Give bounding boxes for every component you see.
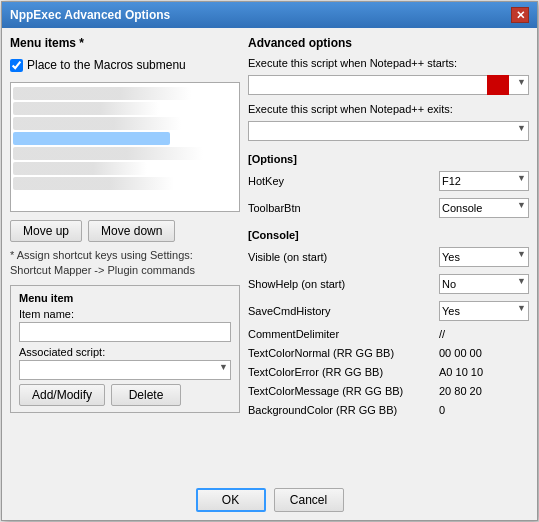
bg-color-value: 0	[439, 404, 529, 416]
execute-exit-combo[interactable]	[248, 121, 529, 141]
assoc-script-label: Associated script:	[19, 346, 231, 358]
title-bar: NppExec Advanced Options ✕	[2, 2, 537, 28]
bg-color-label: BackgroundColor (RR GG BB)	[248, 404, 439, 416]
execute-exit-label: Execute this script when Notepad++ exits…	[248, 103, 529, 115]
menu-item-section: Menu item Item name: Associated script: …	[10, 285, 240, 413]
text-color-message-row: TextColorMessage (RR GG BB) 20 80 20	[248, 385, 529, 397]
list-item	[13, 87, 192, 100]
list-item	[13, 132, 170, 145]
comment-delimiter-row: CommentDelimiter //	[248, 328, 529, 340]
menu-item-section-label: Menu item	[19, 292, 231, 304]
add-modify-button[interactable]: Add/Modify	[19, 384, 105, 406]
ok-button[interactable]: OK	[196, 488, 266, 512]
hint-line2: Shortcut Mapper -> Plugin commands	[10, 263, 240, 278]
delete-button[interactable]: Delete	[111, 384, 181, 406]
shortcut-hint: * Assign shortcut keys using Settings: S…	[10, 248, 240, 279]
console-label: [Console]	[248, 229, 529, 241]
hint-line1: * Assign shortcut keys using Settings:	[10, 248, 240, 263]
advanced-options-label: Advanced options	[248, 36, 529, 50]
cancel-button[interactable]: Cancel	[274, 488, 344, 512]
text-color-error-label: TextColorError (RR GG BB)	[248, 366, 439, 378]
savecmdhistory-row: SaveCmdHistory Yes	[248, 301, 529, 321]
list-item	[13, 147, 203, 160]
left-panel: Menu items * Place to the Macros submenu…	[10, 36, 240, 474]
showhelp-label: ShowHelp (on start)	[248, 278, 439, 290]
hotkey-combo[interactable]: F12	[439, 171, 529, 191]
add-delete-row: Add/Modify Delete	[19, 384, 231, 406]
menu-list-box[interactable]	[10, 82, 240, 212]
macros-submenu-checkbox[interactable]	[10, 59, 23, 72]
window-title: NppExec Advanced Options	[10, 8, 170, 22]
execute-exit-combo-wrapper	[248, 121, 529, 141]
red-indicator	[487, 75, 509, 95]
assoc-script-combo[interactable]	[19, 360, 231, 380]
list-item	[13, 117, 181, 130]
text-color-normal-value: 00 00 00	[439, 347, 529, 359]
item-name-input[interactable]	[19, 322, 231, 342]
text-color-error-row: TextColorError (RR GG BB) A0 10 10	[248, 366, 529, 378]
hotkey-row: HotKey F12	[248, 171, 529, 191]
toolbarbtn-label: ToolbarBtn	[248, 202, 439, 214]
main-window: NppExec Advanced Options ✕ Menu items * …	[1, 1, 538, 521]
visible-combo-wrapper: Yes	[439, 247, 529, 267]
list-item	[13, 177, 174, 190]
text-color-normal-label: TextColorNormal (RR GG BB)	[248, 347, 439, 359]
toolbarbtn-combo-wrapper: Console	[439, 198, 529, 218]
showhelp-combo-wrapper: No	[439, 274, 529, 294]
menu-items-label: Menu items *	[10, 36, 240, 50]
visible-combo[interactable]: Yes	[439, 247, 529, 267]
comment-delimiter-value: //	[439, 328, 529, 340]
hotkey-label: HotKey	[248, 175, 439, 187]
close-button[interactable]: ✕	[511, 7, 529, 23]
toolbarbtn-row: ToolbarBtn Console	[248, 198, 529, 218]
text-color-message-value: 20 80 20	[439, 385, 529, 397]
toolbarbtn-combo[interactable]: Console	[439, 198, 529, 218]
list-item	[13, 162, 147, 175]
visible-row: Visible (on start) Yes	[248, 247, 529, 267]
assoc-script-group: Associated script:	[19, 346, 231, 380]
comment-delimiter-label: CommentDelimiter	[248, 328, 439, 340]
execute-start-combo-wrapper	[248, 75, 529, 95]
hotkey-combo-wrapper: F12	[439, 171, 529, 191]
assoc-script-combo-wrapper	[19, 360, 231, 380]
macros-submenu-row: Place to the Macros submenu	[10, 58, 240, 72]
macros-submenu-label: Place to the Macros submenu	[27, 58, 186, 72]
visible-label: Visible (on start)	[248, 251, 439, 263]
list-item	[13, 102, 159, 115]
move-buttons-row: Move up Move down	[10, 220, 240, 242]
bg-color-row: BackgroundColor (RR GG BB) 0	[248, 404, 529, 416]
savecmdhistory-combo[interactable]: Yes	[439, 301, 529, 321]
savecmdhistory-combo-wrapper: Yes	[439, 301, 529, 321]
text-color-message-label: TextColorMessage (RR GG BB)	[248, 385, 439, 397]
item-name-label: Item name:	[19, 308, 231, 320]
right-panel: Advanced options Execute this script whe…	[248, 36, 529, 474]
showhelp-row: ShowHelp (on start) No	[248, 274, 529, 294]
text-color-normal-row: TextColorNormal (RR GG BB) 00 00 00	[248, 347, 529, 359]
text-color-error-value: A0 10 10	[439, 366, 529, 378]
savecmdhistory-label: SaveCmdHistory	[248, 305, 439, 317]
main-content: Menu items * Place to the Macros submenu…	[2, 28, 537, 482]
execute-start-label: Execute this script when Notepad++ start…	[248, 57, 529, 69]
options-label: [Options]	[248, 153, 529, 165]
item-name-group: Item name:	[19, 308, 231, 342]
showhelp-combo[interactable]: No	[439, 274, 529, 294]
move-down-button[interactable]: Move down	[88, 220, 175, 242]
bottom-buttons: OK Cancel	[2, 482, 537, 520]
move-up-button[interactable]: Move up	[10, 220, 82, 242]
